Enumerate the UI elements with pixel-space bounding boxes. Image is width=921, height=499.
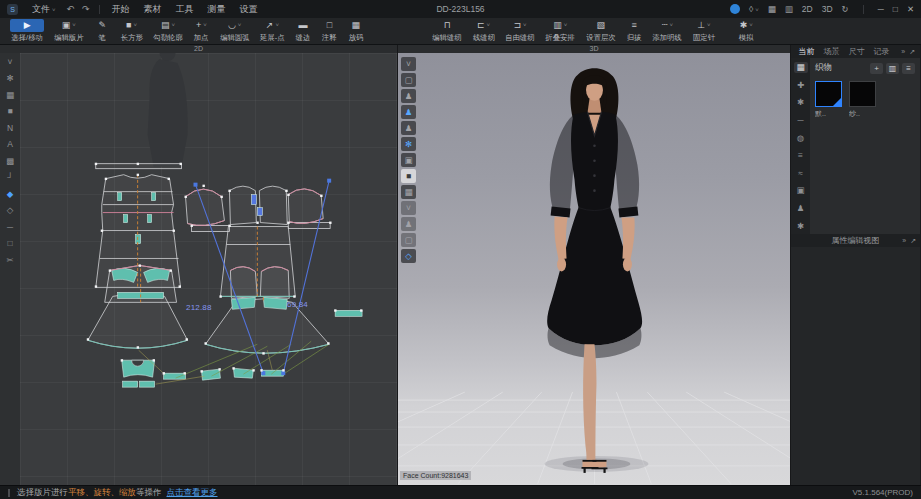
tool-add-topstitch[interactable]: ┄˅ 添加明线 [647, 19, 687, 43]
show-garment-icon[interactable]: ◆ [3, 188, 17, 199]
texture-view-icon[interactable]: ▣ [401, 153, 416, 167]
avatar-skeleton-icon[interactable]: ♟ [401, 89, 416, 103]
baseline-toggle-icon[interactable]: ┘ [3, 172, 17, 183]
tool-free-sewing[interactable]: ⊐˅ 自由缝纫 [500, 19, 540, 43]
texture-toggle-icon[interactable]: ▩ [3, 155, 17, 166]
fold-arrange-icon: ▥˅ [551, 19, 569, 32]
close-button[interactable]: ✕ [907, 4, 914, 14]
cut-icon[interactable]: ✂ [3, 254, 17, 265]
tool-grading[interactable]: ▦ 放码 [343, 19, 369, 43]
user-avatar[interactable] [730, 4, 740, 14]
list-icon[interactable]: ≡ [794, 150, 808, 161]
iron-icon: ≡ [625, 19, 643, 32]
menu-material[interactable]: 素材 [137, 3, 169, 16]
grid-view-button[interactable]: ▥ [886, 63, 899, 74]
see-more-link[interactable]: 点击查看更多 [167, 487, 218, 499]
more-icon[interactable]: » [902, 237, 906, 245]
show-avatar-icon[interactable]: ♟ [401, 105, 416, 119]
tool-edit-pattern[interactable]: ▣˅ 编辑版片 [49, 19, 89, 43]
redo-icon[interactable]: ↷ [78, 4, 94, 14]
layout-split-icon[interactable]: ▥ [785, 4, 793, 14]
tool-add-point[interactable]: +˅ 加点 [188, 19, 214, 43]
undo-icon[interactable]: ↶ [63, 4, 79, 14]
maximize-button[interactable]: □ [893, 4, 898, 14]
expand-icon[interactable]: ↗ [909, 48, 915, 56]
tool-seam-allowance[interactable]: ▬ 缝边 [290, 19, 316, 43]
hardware-icon[interactable]: ✚ [794, 80, 808, 91]
collapse-icon[interactable]: ˅ [3, 56, 17, 67]
pattern-pieces-canvas [0, 45, 397, 484]
wireframe-garment-icon[interactable]: ◇ [401, 249, 416, 263]
accessory-icon[interactable]: ✱ [794, 97, 808, 108]
toggle-2d-button[interactable]: 2D [802, 4, 813, 14]
avatar-box-icon[interactable]: ▢ [401, 73, 416, 87]
tool-extend-point[interactable]: ↗˅ 延展-点 [255, 19, 290, 43]
annotation-toggle-icon[interactable]: A [3, 139, 17, 150]
expand-icon[interactable]: ↗ [910, 237, 916, 245]
avatar-solid-icon[interactable]: ♟ [401, 121, 416, 135]
mesh-view-icon[interactable]: ▦ [401, 185, 416, 199]
stitch-icon[interactable]: ─ [794, 115, 808, 126]
fabric-swatch[interactable]: 默.. [815, 81, 842, 119]
add-fabric-button[interactable]: + [870, 63, 883, 74]
menu-measure[interactable]: 测量 [201, 3, 233, 16]
tool-line-sewing[interactable]: ⊏˅ 线缝纫 [467, 19, 499, 43]
grid-toggle-icon[interactable]: ▦ [3, 89, 17, 100]
more-chevron-icon[interactable]: ˅ [401, 201, 416, 215]
fabric-swatch[interactable]: 纱.. [849, 81, 876, 119]
tool-pen[interactable]: ✎ 笔 [89, 19, 115, 43]
snap-icon[interactable]: ✻ [3, 73, 17, 84]
more-icon[interactable]: » [901, 48, 905, 56]
sync-icon[interactable]: ↻ [842, 4, 849, 14]
tool-annotation[interactable]: □ 注释 [316, 19, 342, 43]
tool-trace-outline[interactable]: ▤˅ 勾勒轮廓 [148, 19, 188, 43]
minimize-button[interactable]: ─ [878, 4, 884, 14]
garment-outline-icon[interactable]: ◇ [3, 205, 17, 216]
menu-tools[interactable]: 工具 [169, 3, 201, 16]
app-logo[interactable]: S [7, 4, 18, 15]
cube-icon[interactable]: ▣ [794, 185, 808, 196]
document-title: DD-223L156 [436, 4, 484, 14]
garment-3d-viewport[interactable]: 3D ˅ ▢ ♟ ♟ ♟ ✻ ▣ ■ ▦ ˅ ♟ ▢ ◇ [398, 45, 791, 485]
tool-select-move[interactable]: ▶ 选择/移动 [6, 19, 49, 43]
tool-set-layer[interactable]: ▧ 设置层次 [581, 19, 621, 43]
gear-icon[interactable]: ✱ [794, 220, 808, 231]
tool-fold-arrange[interactable]: ▥˅ 折叠安排 [540, 19, 580, 43]
free-sewing-icon: ⊐˅ [511, 19, 529, 32]
tool-iron[interactable]: ≡ 归拔 [621, 19, 647, 43]
tool-edit-sewing[interactable]: ⊓ 编辑缝纫 [427, 19, 467, 43]
property-panel-header[interactable]: 属性编辑视图 » ↗ [791, 234, 920, 247]
fill-toggle-icon[interactable]: ■ [3, 106, 17, 117]
solid-view-icon[interactable]: ■ [401, 169, 416, 183]
page-icon[interactable]: □ [3, 238, 17, 249]
pattern-name-icon[interactable]: N [3, 122, 17, 133]
toggle-3d-button[interactable]: 3D [822, 4, 833, 14]
menu-settings[interactable]: 设置 [233, 3, 265, 16]
tab-current[interactable]: 当前 [794, 46, 819, 57]
pattern-2d-viewport[interactable]: 2D ˅ ✻ ▦ ■ N A ▩ ┘ ◆ ◇ ─ □ ✂ [0, 45, 398, 485]
fabric-icon[interactable]: ▦ [794, 62, 808, 73]
list-view-button[interactable]: ≡ [902, 63, 915, 74]
menu-start[interactable]: 开始 [105, 3, 137, 16]
seam-allowance-icon: ▬ [294, 19, 312, 32]
tool-pin[interactable]: ⊥˅ 固定针 [688, 19, 720, 43]
status-tick [8, 489, 10, 497]
collapse-icon[interactable]: ˅ [401, 57, 416, 71]
layout-single-icon[interactable]: ▦ [768, 4, 776, 14]
tab-scene[interactable]: 场景 [819, 46, 844, 57]
chevron-down-icon: ˅ [275, 19, 279, 32]
avatar-icon[interactable]: ♟ [794, 203, 808, 214]
tool-simulate[interactable]: ✱˅ 模拟 [733, 19, 759, 43]
tool-rectangle[interactable]: ■˅ 长方形 [115, 19, 147, 43]
freeze-icon[interactable]: ✻ [401, 137, 416, 151]
wave-icon[interactable]: ≈ [794, 168, 808, 179]
tab-record[interactable]: 记录 [869, 46, 894, 57]
garment-box-icon[interactable]: ▢ [401, 233, 416, 247]
tool-edit-arc[interactable]: ◡˅ 编辑圆弧 [214, 19, 254, 43]
notification-icon[interactable]: ◊˅ [749, 4, 759, 14]
menu-file[interactable]: 文件˅ [25, 3, 63, 16]
tab-size[interactable]: 尺寸 [844, 46, 869, 57]
seamline-toggle-icon[interactable]: ─ [3, 221, 17, 232]
avatar-hidden-icon[interactable]: ♟ [401, 217, 416, 231]
light-icon[interactable]: ◍ [794, 132, 808, 143]
